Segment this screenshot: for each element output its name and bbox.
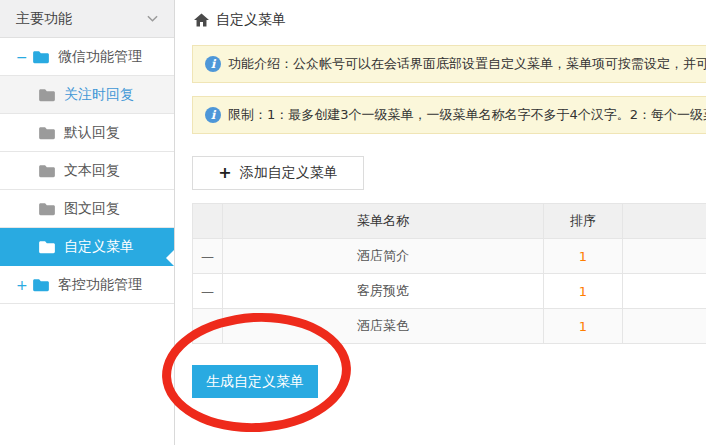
collapse-minus-icon[interactable]: − [16, 50, 32, 64]
menu-name-cell: 酒店简介 [223, 239, 544, 274]
add-button-label: 添加自定义菜单 [240, 164, 338, 182]
table-header-row: 菜单名称 排序 [193, 204, 706, 239]
folder-icon [32, 278, 50, 292]
folder-icon [38, 88, 56, 102]
sidebar-item-label: 自定义菜单 [64, 238, 134, 256]
menu-name-cell: 客房预览 [223, 274, 544, 309]
column-header-drag [193, 204, 223, 239]
column-header-action [623, 204, 706, 239]
drag-handle[interactable]: — [193, 239, 223, 274]
table-row: — 酒店简介 1 [193, 239, 706, 274]
drag-handle[interactable]: — [193, 274, 223, 309]
expand-plus-icon[interactable]: + [16, 278, 32, 292]
sidebar-section-title: 主要功能 [16, 10, 72, 28]
sidebar-item-text-reply[interactable]: 文本回复 [0, 152, 174, 190]
breadcrumb: 自定义菜单 [194, 11, 286, 29]
plus-icon: + [218, 165, 231, 181]
column-header-name: 菜单名称 [223, 204, 544, 239]
sidebar-item-imagetext-reply[interactable]: 图文回复 [0, 190, 174, 228]
sidebar-item-default-reply[interactable]: 默认回复 [0, 114, 174, 152]
menu-order-cell: 1 [544, 239, 623, 274]
folder-icon [38, 164, 56, 178]
column-header-order: 排序 [544, 204, 623, 239]
drag-handle[interactable]: — [193, 309, 223, 344]
menu-action-cell [623, 309, 706, 344]
sidebar-item-label: 图文回复 [64, 200, 120, 218]
menu-name-cell: 酒店菜色 [223, 309, 544, 344]
notice-feature-intro: i 功能介绍：公众帐号可以在会话界面底部设置自定义菜单，菜单项可按需设定，并可为… [192, 45, 706, 83]
page-title: 自定义菜单 [216, 11, 286, 29]
sidebar-item-label: 文本回复 [64, 162, 120, 180]
info-icon: i [205, 56, 221, 72]
table-row: — 客房预览 1 [193, 274, 706, 309]
menu-order-cell: 1 [544, 309, 623, 344]
folder-icon [32, 50, 50, 64]
home-icon [194, 13, 209, 27]
sidebar-item-label: 默认回复 [64, 124, 120, 142]
sidebar-item-follow-reply[interactable]: 关注时回复 [0, 76, 174, 114]
menu-order-cell: 1 [544, 274, 623, 309]
sidebar-item-custom-menu[interactable]: 自定义菜单 [0, 228, 174, 266]
notice-restrictions: i 限制：1：最多创建3个一级菜单，一级菜单名称名字不多于4个汉字。2：每个一级… [192, 96, 706, 134]
sidebar-section-header[interactable]: 主要功能 [0, 0, 174, 38]
menu-action-cell [623, 239, 706, 274]
info-icon: i [205, 107, 221, 123]
sidebar-item-label: 微信功能管理 [58, 48, 142, 66]
active-item-arrow [166, 250, 174, 266]
folder-icon [38, 126, 56, 140]
folder-icon [38, 202, 56, 216]
add-custom-menu-button[interactable]: + 添加自定义菜单 [192, 156, 364, 190]
notice-text: 限制：1：最多创建3个一级菜单，一级菜单名称名字不多于4个汉字。2：每个一级菜单… [228, 106, 706, 124]
sidebar: 主要功能 − 微信功能管理 关注时回复 默认回复 文本回复 图文回复 [0, 0, 175, 445]
sidebar-item-wechat-management[interactable]: − 微信功能管理 [0, 38, 174, 76]
sidebar-item-label: 关注时回复 [64, 86, 134, 104]
chevron-down-icon [147, 15, 158, 22]
notice-text: 功能介绍：公众帐号可以在会话界面底部设置自定义菜单，菜单项可按需设定，并可为其设… [228, 55, 706, 73]
sidebar-item-guest-control-management[interactable]: + 客控功能管理 [0, 266, 174, 304]
generate-custom-menu-button[interactable]: 生成自定义菜单 [192, 365, 318, 398]
main-content: 自定义菜单 i 功能介绍：公众帐号可以在会话界面底部设置自定义菜单，菜单项可按需… [176, 0, 706, 445]
folder-icon [38, 240, 56, 254]
custom-menu-table: 菜单名称 排序 — 酒店简介 1 — 客房预览 1 — 酒店菜色 1 [192, 203, 706, 344]
table-row: — 酒店菜色 1 [193, 309, 706, 344]
sidebar-item-label: 客控功能管理 [58, 276, 142, 294]
menu-action-cell [623, 274, 706, 309]
